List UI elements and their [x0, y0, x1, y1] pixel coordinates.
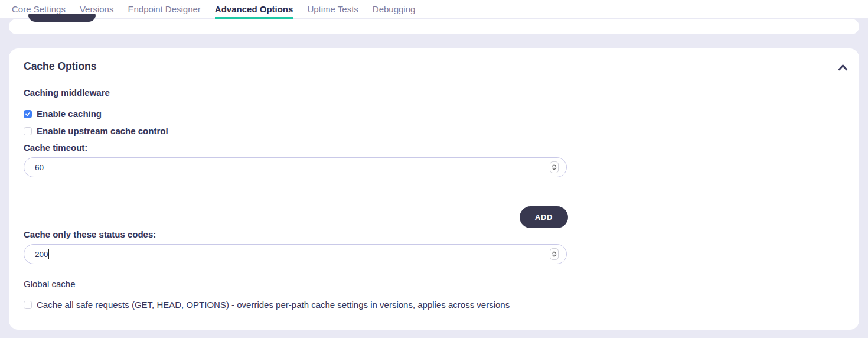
cache-options-title: Cache Options	[24, 60, 97, 73]
checkbox-icon	[24, 110, 32, 118]
add-button[interactable]: ADD	[520, 206, 568, 228]
global-cache-label: Global cache	[24, 279, 76, 289]
enable-upstream-cache-control-label: Enable upstream cache control	[37, 126, 168, 136]
tab-endpoint-designer[interactable]: Endpoint Designer	[128, 4, 200, 19]
enable-upstream-cache-control-checkbox[interactable]: Enable upstream cache control	[24, 126, 168, 136]
caching-middleware-label: Caching middleware	[24, 87, 110, 98]
checkbox-icon	[24, 127, 32, 135]
tab-uptime-tests[interactable]: Uptime Tests	[307, 4, 358, 19]
api-tabs-nav: Core Settings Versions Endpoint Designer…	[0, 0, 868, 18]
status-codes-input[interactable]	[24, 244, 567, 264]
collapse-section-button[interactable]	[836, 61, 850, 73]
cache-all-safe-requests-label: Cache all safe requests (GET, HEAD, OPTI…	[37, 300, 510, 310]
text-cursor	[48, 249, 49, 259]
chevron-up-icon	[838, 64, 848, 71]
cache-options-card: Cache Options Caching middleware Enable …	[9, 48, 859, 330]
tab-advanced-options[interactable]: Advanced Options	[215, 4, 293, 19]
checkbox-icon	[24, 301, 32, 309]
tab-debugging[interactable]: Debugging	[373, 4, 416, 19]
status-codes-label: Cache only these status codes:	[24, 229, 156, 239]
status-codes-field-wrap	[24, 244, 567, 264]
previous-section-card-bottom	[9, 19, 859, 34]
truncated-dark-button[interactable]	[28, 14, 96, 22]
cache-timeout-field-wrap	[24, 157, 567, 177]
enable-caching-checkbox[interactable]: Enable caching	[24, 109, 102, 119]
cache-timeout-input[interactable]	[24, 157, 567, 177]
cache-all-safe-requests-checkbox[interactable]: Cache all safe requests (GET, HEAD, OPTI…	[24, 300, 510, 310]
enable-caching-label: Enable caching	[37, 109, 102, 119]
number-stepper-icon[interactable]	[550, 161, 559, 173]
number-stepper-icon[interactable]	[550, 248, 559, 260]
cache-timeout-label: Cache timeout:	[24, 142, 87, 152]
